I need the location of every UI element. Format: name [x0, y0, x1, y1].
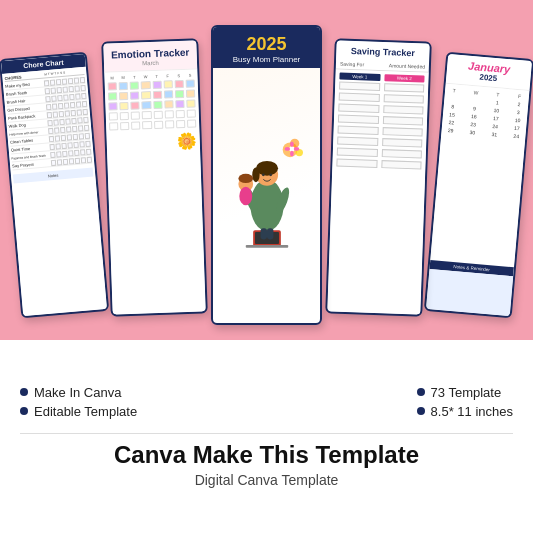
bottom-section: Make In Canva Editable Template 73 Templ…	[0, 340, 533, 533]
top-section: Chore Chart CHORES M T W T F S S	[0, 0, 533, 340]
week1-label: Week 1	[339, 73, 380, 81]
saving-title: Saving Tracker	[340, 46, 425, 59]
emotion-tracker-card: Emotion Tracker March M M T W T F S S	[101, 38, 208, 316]
planner-year: 2025	[217, 35, 316, 53]
week2-label: Week 2	[384, 74, 425, 82]
chore-chart-card: Chore Chart CHORES M T W T F S S	[0, 52, 109, 319]
page-wrapper: Chore Chart CHORES M T W T F S S	[0, 0, 533, 533]
bullet-icon	[20, 388, 28, 396]
chore-card-body: CHORES M T W T F S S Make my Bed	[2, 67, 107, 316]
chore-rows: Make my Bed Brush Teeth Brush Hair Get D…	[5, 76, 92, 171]
features-left: Make In Canva Editable Template	[20, 385, 137, 419]
editable-template-label: Editable Template	[34, 404, 137, 419]
emotion-row	[108, 80, 195, 91]
svg-point-6	[284, 147, 290, 151]
saving-row	[339, 93, 424, 104]
svg-rect-23	[267, 228, 273, 239]
calendar-grid: T W T F - - 1 2 8 9 10 3	[430, 84, 529, 268]
dimensions-label: 8.5* 11 inches	[431, 404, 513, 419]
calendar-card: January 2025 T W T F - - 1 2	[424, 52, 533, 319]
svg-point-4	[290, 141, 294, 147]
emotion-card-header: Emotion Tracker March	[103, 40, 197, 72]
saving-row	[337, 137, 422, 148]
emotion-grid: M M T W T F S S	[104, 69, 206, 314]
chore-title: Chore Chart	[23, 59, 64, 69]
emotion-row	[108, 100, 195, 111]
svg-point-7	[293, 147, 299, 151]
emotion-row	[108, 90, 195, 101]
svg-point-11	[252, 167, 259, 182]
emotion-row	[109, 110, 196, 121]
saving-row	[337, 126, 422, 137]
feature-dimensions: 8.5* 11 inches	[417, 404, 513, 419]
saving-tracker-card: Saving Tracker Saving For Amount Needed …	[325, 38, 432, 316]
saving-row	[338, 115, 423, 126]
mom-illustration	[222, 136, 312, 256]
svg-point-12	[261, 173, 264, 176]
saving-row	[338, 104, 423, 115]
features-row: Make In Canva Editable Template 73 Templ…	[20, 385, 513, 419]
chore-col-days: M T W T F S S	[44, 71, 65, 78]
emotion-row	[109, 120, 196, 131]
svg-rect-22	[260, 228, 266, 239]
flower-decoration: 🌼	[109, 132, 197, 154]
sub-title: Digital Canva Template	[195, 472, 339, 488]
saving-row	[339, 82, 424, 93]
saving-body: Week 1 Week 2	[327, 69, 429, 314]
main-title: Canva Make This Template	[114, 442, 419, 468]
features-right: 73 Template 8.5* 11 inches	[417, 385, 513, 419]
svg-point-13	[269, 173, 272, 176]
saving-row	[337, 148, 422, 159]
bullet-icon	[417, 407, 425, 415]
feature-make-in-canva: Make In Canva	[20, 385, 137, 400]
bullet-icon	[417, 388, 425, 396]
planner-illustration	[213, 68, 320, 323]
saving-for-label: Saving For	[340, 61, 364, 68]
divider	[20, 433, 513, 434]
make-in-canva-label: Make In Canva	[34, 385, 121, 400]
feature-73-template: 73 Template	[417, 385, 513, 400]
feature-editable-template: Editable Template	[20, 404, 137, 419]
template-count-label: 73 Template	[431, 385, 502, 400]
svg-point-17	[238, 173, 253, 182]
bullet-icon	[20, 407, 28, 415]
planner-subtitle: Busy Mom Planner	[217, 55, 316, 64]
saving-row	[336, 159, 421, 170]
chore-notes: Notes	[13, 168, 93, 184]
svg-rect-21	[245, 244, 287, 247]
cards-container: Chore Chart CHORES M T W T F S S	[10, 20, 523, 330]
calendar-notes-body	[426, 269, 513, 316]
svg-point-5	[290, 150, 294, 156]
svg-point-18	[239, 186, 252, 204]
planner-top: 2025 Busy Mom Planner	[213, 27, 320, 68]
main-planner-card: 2025 Busy Mom Planner	[211, 25, 322, 325]
amount-needed-label: Amount Needed	[389, 62, 425, 69]
